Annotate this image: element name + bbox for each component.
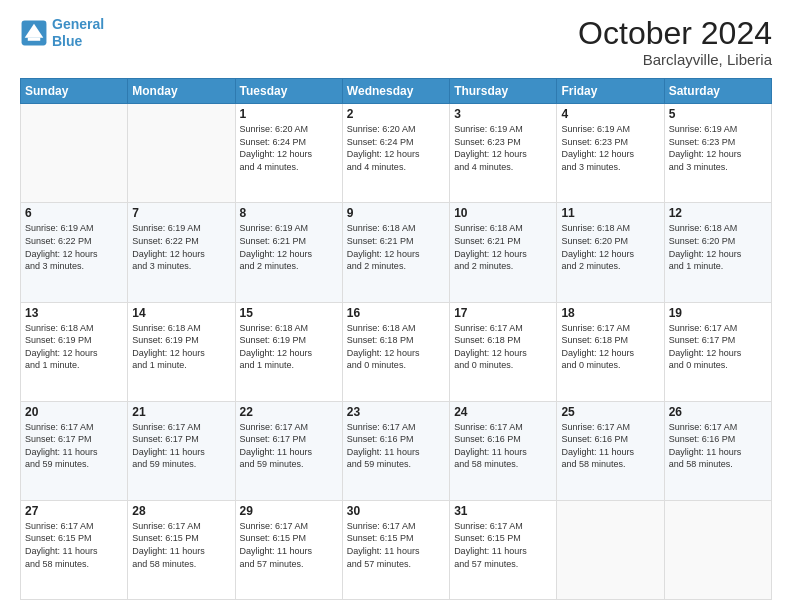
day-number: 6: [25, 206, 123, 220]
day-info: Sunrise: 6:17 AM Sunset: 6:17 PM Dayligh…: [669, 322, 767, 372]
day-info: Sunrise: 6:17 AM Sunset: 6:15 PM Dayligh…: [347, 520, 445, 570]
day-number: 13: [25, 306, 123, 320]
day-info: Sunrise: 6:17 AM Sunset: 6:15 PM Dayligh…: [132, 520, 230, 570]
day-info: Sunrise: 6:17 AM Sunset: 6:18 PM Dayligh…: [454, 322, 552, 372]
calendar-cell: 12Sunrise: 6:18 AM Sunset: 6:20 PM Dayli…: [664, 203, 771, 302]
day-number: 14: [132, 306, 230, 320]
week-row-1: 1Sunrise: 6:20 AM Sunset: 6:24 PM Daylig…: [21, 104, 772, 203]
logo-general: General: [52, 16, 104, 32]
day-info: Sunrise: 6:18 AM Sunset: 6:19 PM Dayligh…: [132, 322, 230, 372]
title-block: October 2024 Barclayville, Liberia: [578, 16, 772, 68]
day-number: 5: [669, 107, 767, 121]
day-info: Sunrise: 6:17 AM Sunset: 6:15 PM Dayligh…: [454, 520, 552, 570]
day-number: 7: [132, 206, 230, 220]
day-info: Sunrise: 6:20 AM Sunset: 6:24 PM Dayligh…: [240, 123, 338, 173]
calendar-cell: 15Sunrise: 6:18 AM Sunset: 6:19 PM Dayli…: [235, 302, 342, 401]
day-info: Sunrise: 6:17 AM Sunset: 6:16 PM Dayligh…: [561, 421, 659, 471]
week-row-5: 27Sunrise: 6:17 AM Sunset: 6:15 PM Dayli…: [21, 500, 772, 599]
day-number: 15: [240, 306, 338, 320]
calendar-cell: 4Sunrise: 6:19 AM Sunset: 6:23 PM Daylig…: [557, 104, 664, 203]
day-number: 31: [454, 504, 552, 518]
day-number: 30: [347, 504, 445, 518]
calendar-cell: 27Sunrise: 6:17 AM Sunset: 6:15 PM Dayli…: [21, 500, 128, 599]
calendar-cell: 25Sunrise: 6:17 AM Sunset: 6:16 PM Dayli…: [557, 401, 664, 500]
day-info: Sunrise: 6:19 AM Sunset: 6:22 PM Dayligh…: [25, 222, 123, 272]
day-info: Sunrise: 6:18 AM Sunset: 6:21 PM Dayligh…: [454, 222, 552, 272]
calendar-cell: 28Sunrise: 6:17 AM Sunset: 6:15 PM Dayli…: [128, 500, 235, 599]
day-info: Sunrise: 6:17 AM Sunset: 6:16 PM Dayligh…: [347, 421, 445, 471]
day-header-saturday: Saturday: [664, 79, 771, 104]
day-info: Sunrise: 6:17 AM Sunset: 6:17 PM Dayligh…: [240, 421, 338, 471]
calendar-cell: 26Sunrise: 6:17 AM Sunset: 6:16 PM Dayli…: [664, 401, 771, 500]
logo-blue: Blue: [52, 33, 82, 49]
logo-icon: [20, 19, 48, 47]
location-title: Barclayville, Liberia: [578, 51, 772, 68]
day-number: 23: [347, 405, 445, 419]
day-info: Sunrise: 6:20 AM Sunset: 6:24 PM Dayligh…: [347, 123, 445, 173]
week-row-4: 20Sunrise: 6:17 AM Sunset: 6:17 PM Dayli…: [21, 401, 772, 500]
calendar-cell: 19Sunrise: 6:17 AM Sunset: 6:17 PM Dayli…: [664, 302, 771, 401]
day-info: Sunrise: 6:17 AM Sunset: 6:15 PM Dayligh…: [240, 520, 338, 570]
day-info: Sunrise: 6:17 AM Sunset: 6:16 PM Dayligh…: [454, 421, 552, 471]
day-info: Sunrise: 6:19 AM Sunset: 6:23 PM Dayligh…: [561, 123, 659, 173]
svg-rect-2: [28, 37, 40, 40]
calendar-cell: [21, 104, 128, 203]
day-number: 27: [25, 504, 123, 518]
day-number: 21: [132, 405, 230, 419]
month-title: October 2024: [578, 16, 772, 51]
calendar-cell: 1Sunrise: 6:20 AM Sunset: 6:24 PM Daylig…: [235, 104, 342, 203]
day-number: 11: [561, 206, 659, 220]
day-info: Sunrise: 6:17 AM Sunset: 6:16 PM Dayligh…: [669, 421, 767, 471]
day-header-tuesday: Tuesday: [235, 79, 342, 104]
day-number: 29: [240, 504, 338, 518]
calendar-cell: 7Sunrise: 6:19 AM Sunset: 6:22 PM Daylig…: [128, 203, 235, 302]
day-number: 19: [669, 306, 767, 320]
calendar-cell: 8Sunrise: 6:19 AM Sunset: 6:21 PM Daylig…: [235, 203, 342, 302]
calendar-cell: [557, 500, 664, 599]
week-row-2: 6Sunrise: 6:19 AM Sunset: 6:22 PM Daylig…: [21, 203, 772, 302]
day-number: 20: [25, 405, 123, 419]
week-row-3: 13Sunrise: 6:18 AM Sunset: 6:19 PM Dayli…: [21, 302, 772, 401]
calendar-cell: 22Sunrise: 6:17 AM Sunset: 6:17 PM Dayli…: [235, 401, 342, 500]
day-number: 2: [347, 107, 445, 121]
day-info: Sunrise: 6:19 AM Sunset: 6:23 PM Dayligh…: [669, 123, 767, 173]
day-header-monday: Monday: [128, 79, 235, 104]
day-info: Sunrise: 6:19 AM Sunset: 6:22 PM Dayligh…: [132, 222, 230, 272]
day-info: Sunrise: 6:17 AM Sunset: 6:15 PM Dayligh…: [25, 520, 123, 570]
day-number: 4: [561, 107, 659, 121]
logo: General Blue: [20, 16, 104, 50]
day-number: 22: [240, 405, 338, 419]
header: General Blue October 2024 Barclayville, …: [20, 16, 772, 68]
day-header-wednesday: Wednesday: [342, 79, 449, 104]
logo-text: General Blue: [52, 16, 104, 50]
day-number: 25: [561, 405, 659, 419]
day-info: Sunrise: 6:18 AM Sunset: 6:18 PM Dayligh…: [347, 322, 445, 372]
page: General Blue October 2024 Barclayville, …: [0, 0, 792, 612]
day-info: Sunrise: 6:18 AM Sunset: 6:19 PM Dayligh…: [240, 322, 338, 372]
day-info: Sunrise: 6:17 AM Sunset: 6:18 PM Dayligh…: [561, 322, 659, 372]
day-number: 3: [454, 107, 552, 121]
calendar-cell: [664, 500, 771, 599]
day-info: Sunrise: 6:18 AM Sunset: 6:21 PM Dayligh…: [347, 222, 445, 272]
calendar-cell: 5Sunrise: 6:19 AM Sunset: 6:23 PM Daylig…: [664, 104, 771, 203]
day-info: Sunrise: 6:19 AM Sunset: 6:23 PM Dayligh…: [454, 123, 552, 173]
calendar-header-row: SundayMondayTuesdayWednesdayThursdayFrid…: [21, 79, 772, 104]
day-number: 8: [240, 206, 338, 220]
day-number: 28: [132, 504, 230, 518]
day-number: 16: [347, 306, 445, 320]
calendar-cell: 6Sunrise: 6:19 AM Sunset: 6:22 PM Daylig…: [21, 203, 128, 302]
day-info: Sunrise: 6:18 AM Sunset: 6:20 PM Dayligh…: [561, 222, 659, 272]
calendar-cell: 30Sunrise: 6:17 AM Sunset: 6:15 PM Dayli…: [342, 500, 449, 599]
day-info: Sunrise: 6:17 AM Sunset: 6:17 PM Dayligh…: [25, 421, 123, 471]
calendar-cell: 9Sunrise: 6:18 AM Sunset: 6:21 PM Daylig…: [342, 203, 449, 302]
day-number: 10: [454, 206, 552, 220]
day-info: Sunrise: 6:17 AM Sunset: 6:17 PM Dayligh…: [132, 421, 230, 471]
calendar-table: SundayMondayTuesdayWednesdayThursdayFrid…: [20, 78, 772, 600]
calendar-cell: 3Sunrise: 6:19 AM Sunset: 6:23 PM Daylig…: [450, 104, 557, 203]
day-info: Sunrise: 6:18 AM Sunset: 6:20 PM Dayligh…: [669, 222, 767, 272]
day-header-friday: Friday: [557, 79, 664, 104]
day-number: 9: [347, 206, 445, 220]
day-header-sunday: Sunday: [21, 79, 128, 104]
calendar-cell: 23Sunrise: 6:17 AM Sunset: 6:16 PM Dayli…: [342, 401, 449, 500]
day-number: 26: [669, 405, 767, 419]
